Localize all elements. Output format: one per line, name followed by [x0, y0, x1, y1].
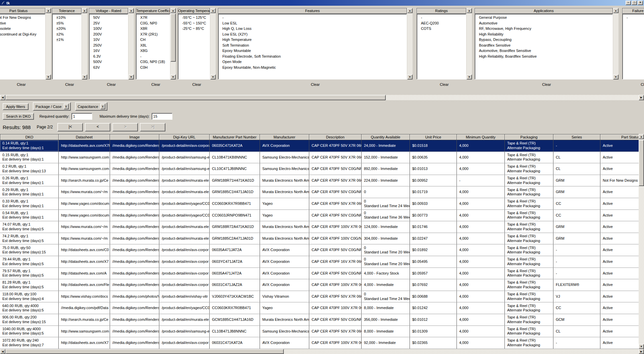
scrollbar-thumb[interactable]: [5, 349, 284, 354]
search-in-dko-button[interactable]: Search in DKO: [3, 113, 34, 120]
max-delivery-time-input[interactable]: [152, 113, 172, 120]
filter-listbox[interactable]: General PurposeAutomotiveRF, Microwave, …: [475, 14, 613, 79]
table-row[interactable]: 1072.80 RUB, qty:240Est delivery time (d…: [0, 337, 639, 349]
column-header-part-status[interactable]: Part Status: [600, 134, 639, 140]
table-row[interactable]: 0.33 RUB, qty:1Est delivery time (days):…: [0, 198, 639, 210]
chip-close-icon[interactable]: x: [64, 104, 69, 109]
column-header-digi-key-url[interactable]: Digi-Key URL: [159, 134, 210, 140]
filter-listbox[interactable]: 50V25V100V200V10V250V16V6.3V500V63V: [89, 14, 128, 79]
filter-scrollbar[interactable]: ▲▼: [467, 8, 472, 79]
scrollbar-trough[interactable]: [5, 349, 639, 354]
filter-option[interactable]: Not For New Designs: [0, 15, 45, 20]
filter-option[interactable]: ±10%: [52, 15, 81, 20]
scrollbar-trough[interactable]: [467, 13, 472, 74]
filter-option[interactable]: X7R (2R1): [136, 32, 170, 37]
scroll-right-icon[interactable]: ▶: [639, 349, 644, 354]
filter-option[interactable]: Epoxy Mountable, Non-Magnetic: [218, 65, 407, 70]
required-quantity-input[interactable]: [71, 113, 92, 120]
clear-button[interactable]: Clear: [622, 82, 644, 86]
filter-listbox[interactable]: ±10%±5%±20%±2%±1%: [52, 14, 82, 79]
clear-button[interactable]: Clear: [218, 82, 413, 86]
scrollbar-trough[interactable]: [210, 13, 216, 74]
scrollbar-trough[interactable]: [407, 13, 413, 74]
column-header-minimum-quantity[interactable]: Minimum Quantity: [457, 134, 505, 140]
filter-option[interactable]: Automotive: [475, 20, 612, 26]
scroll-up-icon[interactable]: ▲: [613, 8, 619, 13]
filter-option[interactable]: Bypass, Decoupling: [475, 37, 612, 43]
column-header-manufacturer[interactable]: Manufacturer: [260, 134, 309, 140]
filter-chip-package-case[interactable]: Package / Casex: [33, 102, 71, 111]
table-row[interactable]: 0.15 RUB, qty:1Est delivery time (days):…: [0, 152, 639, 164]
clear-button[interactable]: Clear: [136, 82, 176, 86]
filter-option[interactable]: 250V: [89, 43, 128, 48]
table-row[interactable]: 74.07 RUB, qty:1Est delivery time (days)…: [0, 221, 639, 233]
column-header-quantity-available[interactable]: Quantity Available: [362, 134, 410, 140]
table-row[interactable]: 640.00 RUB, qty:4000Est delivery time (d…: [0, 302, 639, 314]
filter-option[interactable]: Active: [0, 20, 45, 26]
table-row[interactable]: 81.28 RUB, qty:1Est delivery time (days)…: [0, 279, 639, 291]
table-row[interactable]: 74.2 RUB, qty:1Est delivery time (days):…: [0, 233, 639, 245]
filter-option[interactable]: -: [136, 54, 170, 59]
filter-scrollbar[interactable]: ▲▼: [210, 8, 216, 79]
table-row[interactable]: 906.00 RUB, qty:200Est delivery time (da…: [0, 314, 639, 326]
scrollbar-trough[interactable]: [639, 139, 644, 344]
column-header-manufacturer-part-number[interactable]: Manufacturer Part Number: [210, 134, 260, 140]
scroll-down-icon[interactable]: ▼: [46, 74, 51, 79]
scroll-down-icon[interactable]: ▼: [467, 74, 472, 79]
table-row[interactable]: 0.29 RUB, qty:1Est delivery time (days):…: [0, 186, 639, 198]
filter-listbox[interactable]: X7RC0G, NP0X8RX7R (2R1)CHX8LX8G-C0G, NP0…: [136, 14, 170, 79]
filter-option[interactable]: Obsolete: [0, 26, 45, 32]
filter-option[interactable]: -: [218, 15, 407, 20]
scroll-up-icon[interactable]: ▲: [128, 8, 134, 13]
scrollbar-trough[interactable]: [128, 13, 134, 74]
scroll-down-icon[interactable]: ▼: [613, 74, 619, 79]
scroll-down-icon[interactable]: ▼: [210, 74, 216, 79]
filter-option[interactable]: C0G, NP0 (1B): [136, 59, 170, 65]
filter-option[interactable]: 200V: [89, 32, 128, 37]
filter-option[interactable]: COTS: [417, 26, 466, 32]
filter-option[interactable]: Discontinued at Digi-Key: [0, 32, 45, 37]
filter-listbox[interactable]: -AEC-Q200COTS: [417, 14, 466, 79]
title-bar[interactable]: tk – ❐ ×: [0, 0, 644, 6]
column-header-datasheet[interactable]: Datasheet: [59, 134, 110, 140]
filter-option[interactable]: 10V: [89, 37, 128, 43]
column-header-image[interactable]: Image: [110, 134, 159, 140]
filter-option[interactable]: Epoxy Mountable: [218, 48, 407, 54]
filter-option[interactable]: Floating Electrode, Soft Termination: [218, 54, 407, 59]
filter-chip-capacitance[interactable]: Capacitancex: [75, 102, 107, 111]
table-row[interactable]: 0.26 RUB, qty:1Est delivery time (days):…: [0, 175, 639, 187]
filter-option[interactable]: ±5%: [52, 20, 81, 26]
filter-option[interactable]: -: [623, 15, 644, 20]
table-row[interactable]: 1040.00 RUB, qty:4000Est delivery time (…: [0, 326, 639, 338]
filter-option[interactable]: -55°C ~ 125°C: [178, 15, 210, 20]
filter-option[interactable]: 25V: [89, 20, 128, 26]
table-row[interactable]: 79.44 RUB, qty:1Est delivery time (days)…: [0, 256, 639, 268]
filter-scrollbar[interactable]: ▲▼: [46, 8, 51, 79]
table-horizontal-scrollbar[interactable]: ◀ ▶: [0, 349, 644, 354]
clear-button[interactable]: Clear: [475, 82, 619, 86]
scroll-up-icon[interactable]: ▲: [46, 8, 51, 13]
filter-option[interactable]: 6.3V: [89, 54, 128, 59]
filter-option[interactable]: ±1%: [52, 37, 81, 43]
scroll-left-icon[interactable]: ◀: [0, 349, 5, 354]
filter-option[interactable]: Automotive, Boardflex Sensitive: [475, 48, 612, 54]
scroll-down-icon[interactable]: ▼: [82, 74, 87, 79]
filter-option[interactable]: High Reliability, Boardflex Sensitive: [475, 54, 612, 59]
scroll-left-icon[interactable]: ◀: [0, 95, 5, 100]
table-vertical-scrollbar[interactable]: ▲ ▼: [639, 134, 644, 349]
filter-option[interactable]: High Reliability: [475, 32, 612, 37]
filters-horizontal-scrollbar[interactable]: ◀ ▶: [0, 95, 644, 100]
scrollbar-thumb[interactable]: [5, 95, 386, 100]
chip-close-icon[interactable]: x: [100, 104, 105, 109]
scroll-up-icon[interactable]: ▲: [467, 8, 472, 13]
scroll-up-icon[interactable]: ▲: [82, 8, 87, 13]
filter-option[interactable]: C0H: [136, 65, 170, 70]
column-header-unit-price[interactable]: Unit Price: [410, 134, 457, 140]
scrollbar-trough[interactable]: [5, 95, 639, 100]
table-row[interactable]: 0.2 RUB, qty:1Est delivery time (days):1…: [0, 163, 639, 175]
filter-option[interactable]: X8R: [136, 26, 170, 32]
filter-scrollbar[interactable]: ▲▼: [128, 8, 134, 79]
filter-option[interactable]: ±20%: [52, 26, 81, 32]
filter-option[interactable]: 50V: [89, 15, 128, 20]
filter-option[interactable]: Boardflex Sensitive: [475, 43, 612, 48]
